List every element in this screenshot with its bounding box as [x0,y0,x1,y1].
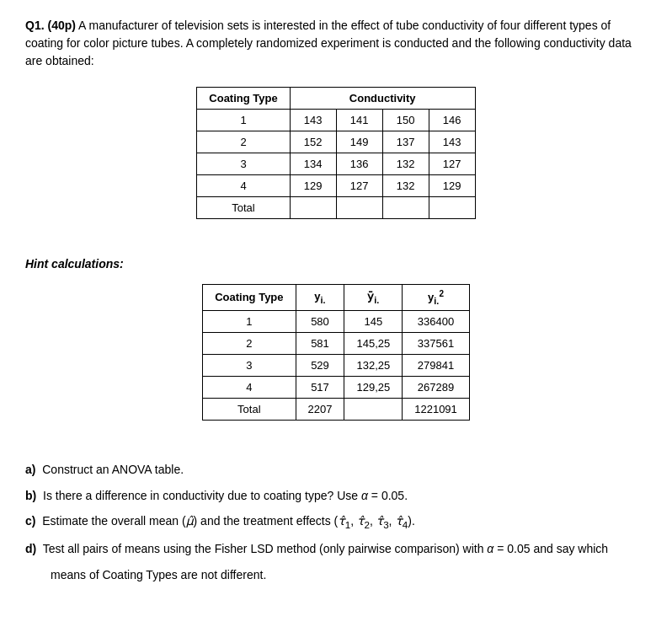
table1-total-c1 [290,197,336,219]
table2-r3-yisq: 279841 [403,354,470,376]
table2-r4-yisq: 267289 [403,376,470,398]
table1-r2c3: 137 [382,131,429,153]
table2-r2-yibar: 145,25 [344,332,403,354]
table2-r3-yibar: 132,25 [344,354,403,376]
table-row: 4 129 127 132 129 [197,175,475,197]
table2-type-4: 4 [203,376,296,398]
table2-r2-yi: 581 [296,332,344,354]
table1-r4c4: 129 [429,175,475,197]
table2-total-label: Total [203,398,296,420]
table-row: 2 152 149 137 143 [197,131,475,153]
table2-r4-yibar: 129,25 [344,376,403,398]
question-c: c) Estimate the overall mean (μ̂) and th… [25,510,647,534]
table2-header-coating: Coating Type [203,285,296,311]
table1-r3c1: 134 [290,153,336,175]
question-d-line1: d) Test all pairs of means using the Fis… [25,538,647,560]
table1-r1c2: 141 [336,110,382,131]
table1-type-2: 2 [197,131,290,153]
table2-type-2: 2 [203,332,296,354]
table2-type-3: 3 [203,354,296,376]
table2: Coating Type yi. ȳi. yi.2 1 580 145 3364… [202,284,470,421]
table2-r1-yi: 580 [296,310,344,332]
question-points: (40p) [47,19,75,32]
table1-r4c3: 132 [382,175,429,197]
table1-r2c1: 152 [290,131,336,153]
table2-header-yi-bar: ȳi. [344,285,403,311]
table2-type-1: 1 [203,310,296,332]
hint-title: Hint calculations: [25,257,647,271]
table-row: 3 529 132,25 279841 [203,354,470,376]
table1-type-3: 3 [197,153,290,175]
table-row: 1 143 141 150 146 [197,110,475,131]
table1-type-4: 4 [197,175,290,197]
table2-header-yi-sq: yi.2 [403,285,470,311]
table2-r1-yisq: 336400 [403,310,470,332]
table1-total-c3 [382,197,429,219]
table-row: 1 580 145 336400 [203,310,470,332]
table2-header-yi: yi. [296,285,344,311]
table1-r3c3: 132 [382,153,429,175]
table1-r4c2: 127 [336,175,382,197]
question-b: b) Is there a difference in conductivity… [25,485,647,507]
table1-r3c2: 136 [336,153,382,175]
table1-r2c2: 149 [336,131,382,153]
table1-r1c3: 150 [382,110,429,131]
table1-header-conductivity: Conductivity [290,88,475,110]
table-row: 4 517 129,25 267289 [203,376,470,398]
table-row: 2 581 145,25 337561 [203,332,470,354]
question-d-line2: means of Coating Types are not different… [51,564,647,587]
table1-total-label: Total [197,197,290,219]
table2-r3-yi: 529 [296,354,344,376]
table1: Coating Type Conductivity 1 143 141 150 … [196,87,475,219]
table2-total-yi: 2207 [296,398,344,420]
table2-total-yisq: 1221091 [403,398,470,420]
table-row: 3 134 136 132 127 [197,153,475,175]
questions-section: a) Construct an ANOVA table. b) Is there… [25,458,647,586]
question-a: a) Construct an ANOVA table. [25,458,647,481]
question-text-body: A manufacturer of television sets is int… [25,19,632,67]
table1-r4c1: 129 [290,175,336,197]
table2-total-yibar [344,398,403,420]
table1-r3c4: 127 [429,153,475,175]
table2-r4-yi: 517 [296,376,344,398]
table1-total-c2 [336,197,382,219]
table1-r1c4: 146 [429,110,475,131]
table2-r2-yisq: 337561 [403,332,470,354]
table2-r1-yibar: 145 [344,310,403,332]
table-row-total: Total 2207 1221091 [203,398,470,420]
table1-type-1: 1 [197,110,290,131]
question-header: Q1. (40p) A manufacturer of television s… [25,17,647,70]
table1-header-coating: Coating Type [197,88,290,110]
question-number: Q1. [25,19,45,32]
table1-total-c4 [429,197,475,219]
table1-r1c1: 143 [290,110,336,131]
table-row-total: Total [197,197,475,219]
table1-r2c4: 143 [429,131,475,153]
